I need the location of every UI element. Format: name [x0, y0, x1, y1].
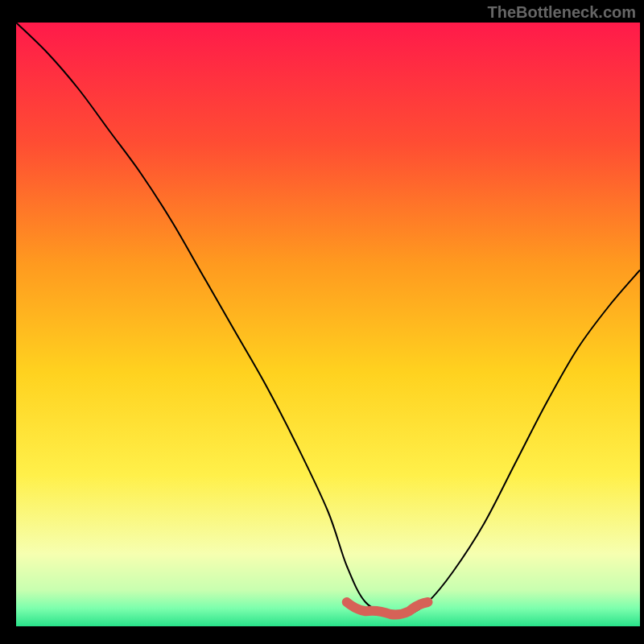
plot-area — [16, 23, 640, 626]
watermark-text: TheBottleneck.com — [488, 3, 636, 22]
chart-svg — [16, 23, 640, 626]
gradient-background — [16, 23, 640, 626]
chart-container: TheBottleneck.com — [0, 0, 644, 644]
